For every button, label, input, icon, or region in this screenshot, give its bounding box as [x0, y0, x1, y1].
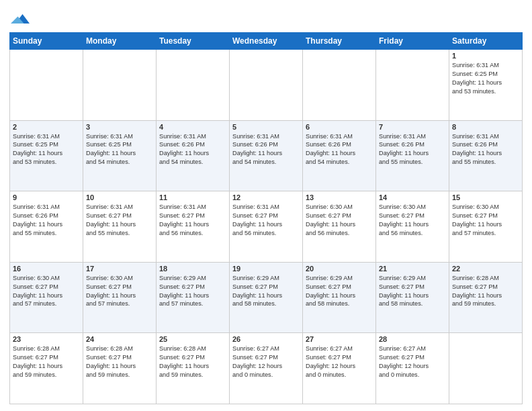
day-number: 3 — [86, 123, 153, 131]
calendar-cell: 22Sunrise: 6:28 AM Sunset: 6:27 PM Dayli… — [449, 262, 523, 333]
calendar-cell: 2Sunrise: 6:31 AM Sunset: 6:25 PM Daylig… — [10, 120, 83, 191]
day-info: Sunrise: 6:28 AM Sunset: 6:27 PM Dayligh… — [452, 274, 519, 309]
day-info: Sunrise: 6:28 AM Sunset: 6:27 PM Dayligh… — [159, 345, 226, 379]
calendar-cell: 20Sunrise: 6:29 AM Sunset: 6:27 PM Dayli… — [303, 262, 376, 333]
day-info: Sunrise: 6:28 AM Sunset: 6:27 PM Dayligh… — [86, 345, 153, 379]
day-number: 7 — [379, 123, 446, 131]
day-number: 22 — [452, 265, 519, 273]
day-info: Sunrise: 6:31 AM Sunset: 6:26 PM Dayligh… — [13, 203, 80, 238]
day-number: 27 — [306, 335, 373, 343]
calendar-cell — [230, 50, 303, 121]
day-number: 4 — [159, 123, 226, 131]
day-info: Sunrise: 6:31 AM Sunset: 6:27 PM Dayligh… — [159, 203, 226, 238]
day-number: 15 — [452, 193, 519, 201]
calendar-cell — [10, 50, 83, 121]
calendar-week-2: 2Sunrise: 6:31 AM Sunset: 6:25 PM Daylig… — [10, 120, 523, 191]
calendar-cell: 3Sunrise: 6:31 AM Sunset: 6:25 PM Daylig… — [83, 120, 157, 191]
day-info: Sunrise: 6:31 AM Sunset: 6:26 PM Dayligh… — [452, 132, 519, 167]
logo — [9, 9, 30, 28]
weekday-sunday: Sunday — [10, 33, 83, 50]
day-number: 28 — [379, 335, 446, 343]
calendar-week-1: 1Sunrise: 6:31 AM Sunset: 6:25 PM Daylig… — [10, 50, 523, 121]
weekday-header-row: SundayMondayTuesdayWednesdayThursdayFrid… — [10, 33, 523, 50]
day-info: Sunrise: 6:31 AM Sunset: 6:26 PM Dayligh… — [159, 132, 226, 167]
day-info: Sunrise: 6:30 AM Sunset: 6:27 PM Dayligh… — [306, 203, 373, 238]
calendar-table: SundayMondayTuesdayWednesdayThursdayFrid… — [9, 32, 523, 404]
calendar-cell: 9Sunrise: 6:31 AM Sunset: 6:26 PM Daylig… — [10, 191, 83, 263]
day-number: 2 — [13, 123, 80, 131]
calendar-cell: 23Sunrise: 6:28 AM Sunset: 6:27 PM Dayli… — [10, 333, 83, 404]
day-info: Sunrise: 6:28 AM Sunset: 6:27 PM Dayligh… — [13, 345, 80, 379]
day-number: 23 — [13, 335, 80, 343]
weekday-friday: Friday — [376, 33, 449, 50]
calendar-cell: 16Sunrise: 6:30 AM Sunset: 6:27 PM Dayli… — [10, 262, 83, 333]
calendar-cell: 10Sunrise: 6:31 AM Sunset: 6:27 PM Dayli… — [83, 191, 157, 263]
day-info: Sunrise: 6:27 AM Sunset: 6:27 PM Dayligh… — [232, 345, 300, 379]
day-number: 20 — [306, 265, 373, 273]
calendar-cell: 25Sunrise: 6:28 AM Sunset: 6:27 PM Dayli… — [157, 333, 230, 404]
calendar-cell — [376, 50, 449, 121]
calendar-week-4: 16Sunrise: 6:30 AM Sunset: 6:27 PM Dayli… — [10, 262, 523, 333]
day-number: 1 — [452, 52, 519, 60]
day-number: 6 — [306, 123, 373, 131]
day-number: 16 — [13, 265, 80, 273]
day-number: 21 — [379, 265, 446, 273]
day-info: Sunrise: 6:29 AM Sunset: 6:27 PM Dayligh… — [159, 274, 226, 309]
header — [9, 7, 523, 28]
day-info: Sunrise: 6:27 AM Sunset: 6:27 PM Dayligh… — [306, 345, 373, 379]
day-number: 5 — [232, 123, 300, 131]
calendar-cell: 1Sunrise: 6:31 AM Sunset: 6:25 PM Daylig… — [449, 50, 523, 121]
calendar-cell: 24Sunrise: 6:28 AM Sunset: 6:27 PM Dayli… — [83, 333, 157, 404]
day-info: Sunrise: 6:31 AM Sunset: 6:26 PM Dayligh… — [306, 132, 373, 167]
day-info: Sunrise: 6:30 AM Sunset: 6:27 PM Dayligh… — [86, 274, 153, 309]
calendar-cell: 15Sunrise: 6:30 AM Sunset: 6:27 PM Dayli… — [449, 191, 523, 263]
weekday-wednesday: Wednesday — [230, 33, 303, 50]
calendar-body: 1Sunrise: 6:31 AM Sunset: 6:25 PM Daylig… — [10, 50, 523, 404]
day-info: Sunrise: 6:31 AM Sunset: 6:26 PM Dayligh… — [232, 132, 300, 167]
day-info: Sunrise: 6:31 AM Sunset: 6:27 PM Dayligh… — [86, 203, 153, 238]
calendar-cell: 7Sunrise: 6:31 AM Sunset: 6:26 PM Daylig… — [376, 120, 449, 191]
weekday-saturday: Saturday — [449, 33, 523, 50]
day-number: 9 — [13, 193, 80, 201]
day-info: Sunrise: 6:30 AM Sunset: 6:27 PM Dayligh… — [13, 274, 80, 309]
day-info: Sunrise: 6:29 AM Sunset: 6:27 PM Dayligh… — [379, 274, 446, 309]
day-number: 26 — [232, 335, 300, 343]
calendar-week-3: 9Sunrise: 6:31 AM Sunset: 6:26 PM Daylig… — [10, 191, 523, 263]
calendar-cell: 6Sunrise: 6:31 AM Sunset: 6:26 PM Daylig… — [303, 120, 376, 191]
calendar-cell: 5Sunrise: 6:31 AM Sunset: 6:26 PM Daylig… — [230, 120, 303, 191]
day-info: Sunrise: 6:31 AM Sunset: 6:25 PM Dayligh… — [452, 61, 519, 96]
day-info: Sunrise: 6:31 AM Sunset: 6:25 PM Dayligh… — [86, 132, 153, 167]
day-info: Sunrise: 6:31 AM Sunset: 6:27 PM Dayligh… — [232, 203, 300, 238]
calendar-cell: 8Sunrise: 6:31 AM Sunset: 6:26 PM Daylig… — [449, 120, 523, 191]
calendar-cell: 28Sunrise: 6:27 AM Sunset: 6:27 PM Dayli… — [376, 333, 449, 404]
logo-icon — [11, 9, 30, 28]
calendar-cell: 14Sunrise: 6:30 AM Sunset: 6:27 PM Dayli… — [376, 191, 449, 263]
weekday-thursday: Thursday — [303, 33, 376, 50]
day-info: Sunrise: 6:29 AM Sunset: 6:27 PM Dayligh… — [306, 274, 373, 309]
calendar-cell — [303, 50, 376, 121]
day-number: 18 — [159, 265, 226, 273]
day-info: Sunrise: 6:29 AM Sunset: 6:27 PM Dayligh… — [232, 274, 300, 309]
day-number: 13 — [306, 193, 373, 201]
day-number: 25 — [159, 335, 226, 343]
calendar-cell: 18Sunrise: 6:29 AM Sunset: 6:27 PM Dayli… — [157, 262, 230, 333]
day-number: 11 — [159, 193, 226, 201]
calendar-header: SundayMondayTuesdayWednesdayThursdayFrid… — [10, 33, 523, 50]
day-number: 10 — [86, 193, 153, 201]
day-number: 19 — [232, 265, 300, 273]
weekday-monday: Monday — [83, 33, 157, 50]
calendar-cell: 12Sunrise: 6:31 AM Sunset: 6:27 PM Dayli… — [230, 191, 303, 263]
page: SundayMondayTuesdayWednesdayThursdayFrid… — [0, 0, 532, 411]
day-info: Sunrise: 6:30 AM Sunset: 6:27 PM Dayligh… — [379, 203, 446, 238]
calendar-cell: 17Sunrise: 6:30 AM Sunset: 6:27 PM Dayli… — [83, 262, 157, 333]
day-number: 17 — [86, 265, 153, 273]
day-number: 24 — [86, 335, 153, 343]
calendar-cell: 27Sunrise: 6:27 AM Sunset: 6:27 PM Dayli… — [303, 333, 376, 404]
day-info: Sunrise: 6:31 AM Sunset: 6:25 PM Dayligh… — [13, 132, 80, 167]
calendar-cell: 26Sunrise: 6:27 AM Sunset: 6:27 PM Dayli… — [230, 333, 303, 404]
calendar-cell — [157, 50, 230, 121]
day-info: Sunrise: 6:30 AM Sunset: 6:27 PM Dayligh… — [452, 203, 519, 238]
calendar-cell — [449, 333, 523, 404]
calendar-cell: 21Sunrise: 6:29 AM Sunset: 6:27 PM Dayli… — [376, 262, 449, 333]
day-number: 8 — [452, 123, 519, 131]
